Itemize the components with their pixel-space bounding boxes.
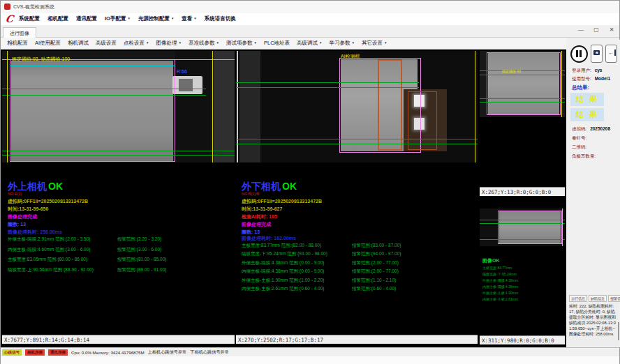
measurement-row: 主极宽度:83.77mm 范围:(82.00 - 88.00)报警范围:(83.…	[242, 243, 327, 251]
brand-logo-icon: C	[5, 13, 14, 24]
toolbar: 相机配置 AI使用配置 相机调试 高级设置 点检设置▼ 图像处理▼ 基准线参数▼…	[1, 38, 566, 50]
toolbar-advanced-settings[interactable]: 高级设置	[96, 40, 117, 47]
virtual-code-label: 虚拟码:	[572, 126, 586, 131]
status-ok: 图像OK	[482, 257, 500, 264]
thumb-image-top[interactable]: 固定阈值:93	[480, 51, 565, 117]
maximize-button[interactable]: ▢	[591, 26, 601, 33]
chevron-down-icon: ▼	[193, 17, 196, 20]
menu-camera-config[interactable]: 相机配置	[47, 15, 68, 22]
login-user-row: 登录用户: cys	[572, 68, 602, 74]
app-icon	[4, 3, 10, 10]
model-value: Model1	[595, 76, 610, 81]
measurement-row: 内侧主极-隔膜:4.38mm 范围:(0.00 - 9.00)报警范围:(2.0…	[242, 268, 327, 277]
menu-language-switch[interactable]: 系统语言切换	[205, 15, 236, 22]
loop-count-line: 圈数: 13	[8, 221, 26, 228]
camera-view-upper[interactable]: 固定阈值:93, 动态阈值:100 R:66 外上相机OK NG:E(1) 虚拟…	[2, 51, 235, 344]
ai-detect-rect	[378, 59, 402, 151]
pixel-caption: X:267;Y:13;R:0;G:0;B:0	[480, 187, 565, 196]
tab-run-image[interactable]: 运行图像	[3, 27, 36, 38]
chevron-down-icon: ▼	[352, 41, 355, 45]
right-sidebar: ← 登录用户: cys 使用型号: Model1 总结果: 结 果 结 果 虚拟…	[568, 40, 620, 347]
toolbar-test-params[interactable]: 测试项参数▼	[226, 40, 257, 47]
scrollbar[interactable]	[618, 322, 619, 340]
comm-connection-badge: 通讯连接	[48, 349, 68, 356]
status-bar: 心跳信号 相机连接 通讯连接 Cpu: 0.0% Memory: 3424.41…	[1, 347, 619, 356]
roll-pin-row: 卷针号:	[572, 135, 586, 142]
measurement-row: 隔膜宽度-下:95.24mm 范围:(93.00 - 98.00)报警范围:(9…	[242, 251, 327, 259]
menu-bar: C 系统配置 相机配置 通讯配置 IO手配置▼ 光源控制配置▼ 查看▼ 系统语言…	[1, 13, 619, 25]
toolbar-camera-debug[interactable]: 相机调试	[68, 40, 89, 47]
thumb-image-bottom[interactable]	[480, 208, 565, 246]
chevron-down-icon: ▼	[179, 41, 182, 45]
logout-arrow-icon: ←	[608, 50, 616, 56]
model-label: 使用型号:	[572, 76, 591, 81]
toolbar-spot-check[interactable]: 点检设置▼	[124, 40, 149, 47]
measurement-row: 内侧主极-隔膜:4.60mm 范围:(3.00 - 6.00)报警范围:(3.0…	[8, 247, 94, 257]
heartbeat-badge: 心跳信号	[2, 349, 22, 356]
virtual-code-value: 20250208	[590, 126, 610, 131]
info-tab-alarm[interactable]: 报警信息	[608, 295, 620, 302]
radius-tag: R:66	[177, 69, 187, 74]
camera-connection-badge: 相机连接	[25, 349, 45, 356]
total-result-label: 总结果:	[572, 84, 589, 91]
measurement-list: 主极宽度:83.77mm 隔膜宽度-下:95.24mm 外侧主极-隔膜:4.38…	[482, 266, 518, 303]
thumb-view-top[interactable]: 固定阈值:93 X:267;Y:13;R:0;G:0;B:0	[480, 51, 565, 196]
camera-image-lower[interactable]: AI检测框	[236, 51, 478, 162]
menu-io-config[interactable]: IO手配置▼	[105, 15, 131, 22]
info-tab-defect[interactable]: 缺陷信息	[589, 295, 607, 302]
toolbar-ai-config[interactable]: AI使用配置	[35, 40, 61, 47]
toolbar-camera-config[interactable]: 相机配置	[7, 40, 28, 47]
toolbar-advanced-debug[interactable]: 高级调试▼	[297, 40, 322, 47]
main-content: 固定阈值:93, 动态阈值:100 R:66 外上相机OK NG:E(1) 虚拟…	[1, 50, 566, 347]
qr-code-row: 二维码:	[572, 144, 586, 151]
pause-icon	[576, 50, 578, 57]
window-title: CVS-视觉检测系统	[13, 3, 54, 10]
cpu-memory-status: Cpu: 0.0% Memory: 3424.41796875M	[71, 350, 145, 355]
process-time-line: 图像处理耗时: 256.00ms	[8, 229, 62, 236]
upper-camera-heartbeat-msg: 上相机心跳信号异常	[148, 349, 187, 356]
toolbar-image-processing[interactable]: 图像处理▼	[156, 40, 182, 47]
chevron-down-icon: ▼	[216, 41, 219, 45]
camera-view-lower[interactable]: AI检测框 外下相机OK NG:B(1)/B 虚拟码:0FF1Ii=202502…	[236, 51, 478, 344]
toolbar-other-settings[interactable]: 其它设置▼	[362, 40, 387, 47]
lower-camera-heartbeat-msg: 下相机心跳信号异常	[190, 349, 229, 356]
virtual-code-row: 虚拟码: 20250208	[572, 126, 610, 132]
chevron-down-icon: ▼	[146, 41, 149, 45]
status-ok: OK	[282, 181, 297, 192]
menu-view[interactable]: 查看▼	[182, 15, 196, 22]
minimize-button[interactable]: —	[576, 26, 586, 33]
toolbar-learning-params[interactable]: 学习参数▼	[330, 40, 355, 47]
toolbar-plc-table[interactable]: PLC地址表	[264, 40, 290, 47]
pixel-caption: X:7677;Y:891;R:14;G:14;B:14	[2, 335, 235, 344]
camera-icon	[593, 50, 600, 55]
thumb-view-bottom[interactable]: 图像OK 主极宽度:83.77mm 隔膜宽度-下:95.24mm 外侧主极-隔膜…	[480, 197, 565, 344]
info-panel: 运行信息 缺陷信息 报警信息 耗时: 222, 缺陷检测耗时: 17, 缺陷分类…	[569, 294, 619, 346]
logout-button[interactable]: ←	[605, 45, 617, 63]
info-log-text: 耗时: 222, 缺陷检测耗时: 17, 缺陷分类耗时: 0, 缺陷提取分区耗时…	[569, 303, 617, 337]
pixel-caption: X:270;Y:2502;R:17;G:17;B:17	[236, 335, 478, 344]
threshold-label: 固定阈值:93, 动态阈值:100	[12, 56, 70, 63]
camera-snapshot-button[interactable]	[591, 45, 603, 63]
chevron-down-icon: ▼	[127, 17, 130, 20]
ai-detect-rect	[408, 91, 437, 150]
time-line: 时间:13-31-59-650	[8, 206, 48, 213]
chevron-down-icon: ▼	[171, 17, 174, 20]
info-tab-run[interactable]: 运行信息	[569, 295, 587, 302]
title-bar: CVS-视觉检测系统	[1, 1, 619, 13]
toolbar-baseline-params[interactable]: 基准线参数▼	[189, 40, 219, 47]
pause-button[interactable]	[570, 45, 588, 63]
measurement-row: 外侧主极-主极:1.90mm 范围:(1.00 - 2.20)报警范围:(1.1…	[242, 278, 327, 286]
close-button[interactable]: ✕	[607, 26, 617, 33]
measurement-row: 主极宽度:83.05mm 范围:(80.00 - 86.00)报警范围:(81.…	[8, 257, 94, 267]
measurement-row: 外侧主极-隔膜:2.91mm 范围:(2.00 - 3.50)报警范围:(2.2…	[8, 236, 94, 247]
roi-rect-overlay	[487, 52, 561, 115]
menu-comm-config[interactable]: 通讯配置	[76, 15, 97, 22]
measurement-list: 外侧主极-隔膜:2.91mm 范围:(2.00 - 3.50)报警范围:(2.2…	[8, 236, 94, 277]
menu-system-config[interactable]: 系统配置	[19, 15, 40, 22]
chevron-down-icon: ▼	[384, 41, 387, 45]
measurement-row: 内侧主极-主极:2.61mm 范围:(0.60 - 4.00)报警范围:(0.6…	[242, 286, 327, 294]
barcode-line: 虚拟码:0FF1Ii=2025020813313472B	[8, 198, 88, 205]
camera-image-upper[interactable]: 固定阈值:93, 动态阈值:100 R:66	[2, 51, 235, 162]
menu-light-control[interactable]: 光源控制配置▼	[138, 15, 174, 22]
login-user-value: cys	[595, 68, 603, 73]
